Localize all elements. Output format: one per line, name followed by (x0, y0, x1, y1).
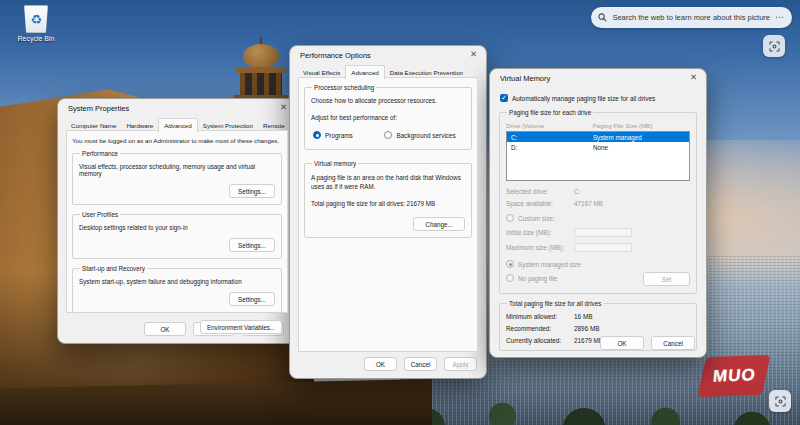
system-properties-dialog: System Properties ✕ Computer Name Hardwa… (57, 98, 297, 344)
radio-system-managed[interactable]: System managed size (506, 260, 581, 268)
spotlight-icon (769, 41, 780, 52)
spotlight-search-pill[interactable]: Search the web to learn more about this … (591, 7, 792, 28)
drive-list-header: Drive [Volume Paging File Size (MB) (506, 122, 690, 129)
no-paging-label: No paging file (518, 275, 557, 282)
startup-recovery-group: Start-up and Recovery System start-up, s… (72, 268, 282, 313)
cancel-button[interactable]: Cancel (404, 357, 437, 371)
system-managed-label: System managed size (518, 261, 581, 268)
drive-letter: D: (511, 144, 593, 151)
paging-file-group: Paging file size for each drive Drive [V… (499, 112, 697, 294)
startup-recovery-desc: System start-up, system failure and debu… (79, 278, 275, 285)
selected-drive-label: Selected drive: (506, 188, 574, 195)
recycle-bin-icon: ♻ (23, 5, 49, 33)
performance-settings-button[interactable]: Settings... (229, 184, 275, 198)
radio-programs-label: Programs (325, 132, 353, 139)
recommended-value: 2896 MB (574, 325, 600, 332)
spotlight-search-label: Search the web to learn more about this … (612, 13, 770, 22)
dialog-title: System Properties (68, 104, 129, 113)
tab-advanced[interactable]: Advanced (345, 65, 385, 80)
muo-logo-text: MUO (712, 365, 757, 386)
virtual-memory-dialog: Virtual Memory ✕ ✓ Automatically manage … (489, 68, 707, 358)
currently-allocated-label: Currently allocated: (506, 337, 574, 344)
radio-dot (506, 274, 514, 282)
radio-dot (506, 260, 514, 268)
spotlight-button-bottom[interactable] (769, 390, 791, 412)
adjust-label: Adjust for best performance of: (311, 114, 465, 121)
user-profiles-settings-button[interactable]: Settings... (229, 238, 275, 252)
custom-size-label: Custom size: (518, 215, 555, 222)
performance-options-dialog: Performance Options ✕ Visual Effects Adv… (289, 45, 487, 379)
startup-settings-button[interactable]: Settings... (229, 292, 275, 306)
group-title: Total paging file size for all drives (507, 300, 603, 307)
minimum-allowed-value: 16 MB (574, 313, 592, 320)
user-profiles-group: User Profiles Desktop settings related t… (72, 214, 282, 259)
radio-custom-size[interactable]: Custom size: (506, 214, 555, 222)
user-profiles-desc: Desktop settings related to your sign-in (79, 224, 275, 231)
space-available-label: Space available: (506, 200, 574, 207)
recycle-bin-shortcut[interactable]: ♻ Recycle Bin (10, 5, 62, 42)
dialog-title: Virtual Memory (500, 74, 550, 83)
processor-desc: Choose how to allocate processor resourc… (311, 97, 465, 104)
virtual-memory-group: Virtual memory A paging file is an area … (304, 163, 472, 238)
auto-manage-checkbox[interactable]: ✓ Automatically manage paging file size … (500, 94, 696, 102)
cancel-button[interactable]: Cancel (651, 336, 695, 350)
group-title: Start-up and Recovery (80, 265, 147, 272)
group-title: User Profiles (80, 211, 120, 218)
maximum-size-label: Maximum size (MB): (506, 244, 574, 251)
spotlight-button-top[interactable] (763, 35, 785, 57)
recommended-label: Recommended: (506, 325, 574, 332)
environment-variables-button[interactable]: Environment Variables... (200, 320, 282, 334)
radio-dot (506, 214, 514, 222)
processor-scheduling-group: Processor scheduling Choose how to alloc… (304, 87, 472, 150)
close-icon[interactable]: ✕ (280, 103, 287, 112)
space-available-value: 47167 MB (574, 200, 603, 207)
drive-paging-size: System managed (593, 134, 642, 141)
spotlight-icon (775, 396, 786, 407)
close-icon[interactable]: ✕ (690, 73, 697, 82)
apply-button[interactable]: Apply (444, 357, 477, 371)
auto-manage-label: Automatically manage paging file size fo… (512, 95, 655, 102)
group-title: Paging file size for each drive (507, 109, 593, 116)
minimum-allowed-label: Minimum allowed: (506, 313, 574, 320)
ok-button[interactable]: OK (600, 336, 644, 350)
set-button[interactable]: Set (643, 272, 690, 286)
drive-list[interactable]: C: System managed D: None (506, 131, 690, 181)
drive-paging-size: None (593, 144, 608, 151)
close-icon[interactable]: ✕ (470, 50, 477, 59)
radio-background-label: Background services (396, 132, 455, 139)
group-title: Processor scheduling (312, 84, 376, 91)
radio-dot (313, 131, 321, 139)
group-title: Virtual memory (312, 160, 358, 167)
radio-no-paging-file[interactable]: No paging file (506, 274, 557, 282)
total-paging-value: 21679 MB (406, 200, 435, 207)
tab-advanced[interactable]: Advanced (158, 118, 198, 133)
dialog-buttons: OK Cancel (600, 336, 695, 350)
paging-file-desc: A paging file is an area on the hard dis… (311, 173, 465, 191)
drive-row-d[interactable]: D: None (507, 142, 689, 152)
group-title: Performance (80, 150, 120, 157)
checkbox-checked-icon: ✓ (500, 94, 508, 102)
drive-letter: C: (511, 134, 593, 141)
muo-logo: MUO (697, 355, 770, 397)
drive-column-header: Drive [Volume (506, 122, 592, 129)
advanced-tab-page: Processor scheduling Choose how to alloc… (298, 77, 478, 352)
performance-desc: Visual effects, processor scheduling, me… (79, 163, 275, 177)
visual-search-icon (598, 13, 607, 22)
recycle-glyph: ♻ (30, 13, 42, 26)
admin-note: You must be logged on as an Administrato… (72, 137, 282, 144)
change-button[interactable]: Change... (413, 217, 465, 231)
radio-programs[interactable]: Programs (313, 131, 384, 139)
ok-button[interactable]: OK (364, 357, 397, 371)
desktop: ♻ Recycle Bin Search the web to learn mo… (0, 0, 800, 425)
maximum-size-input[interactable] (574, 243, 632, 252)
recycle-bin-label: Recycle Bin (10, 35, 62, 42)
radio-background-services[interactable]: Background services (384, 131, 455, 139)
dialog-buttons: OK Cancel Apply (364, 357, 477, 371)
more-options-icon[interactable]: ⋯ (775, 13, 784, 22)
radio-dot (384, 131, 392, 139)
currently-allocated-value: 21679 MB (574, 337, 603, 344)
drive-row-c[interactable]: C: System managed (507, 132, 689, 142)
initial-size-label: Initial size (MB): (506, 229, 574, 236)
advanced-tab-page: You must be logged on as an Administrato… (66, 130, 288, 313)
initial-size-input[interactable] (574, 228, 632, 237)
